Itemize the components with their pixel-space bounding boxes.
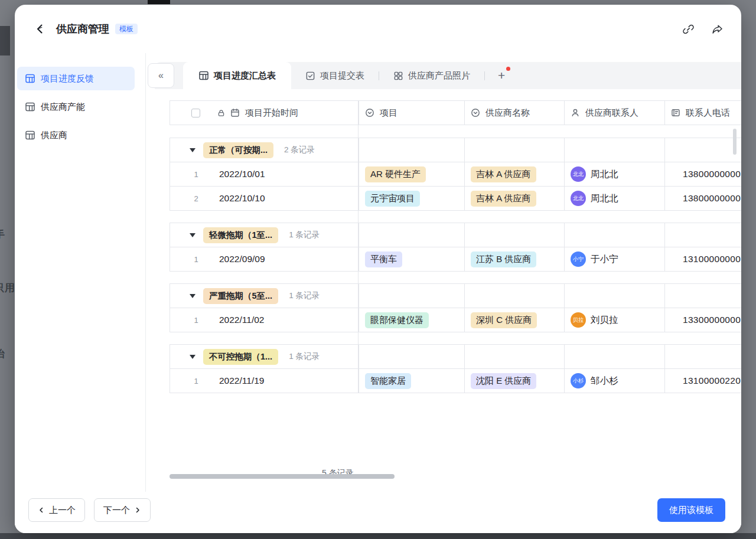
group-name-tag: 正常（可按期... — [203, 142, 273, 158]
link-icon — [682, 23, 695, 35]
project-tag: AR 硬件生产 — [365, 166, 426, 182]
phone-cell: 13800000000 — [683, 169, 741, 179]
background-text-fragment: 只用 — [0, 281, 15, 295]
table-row[interactable]: 1 2022/10/01 AR 硬件生产 吉林 A 供应商 北北 周北北 138… — [170, 162, 741, 187]
table-icon — [25, 73, 35, 84]
add-view-button[interactable]: + — [485, 62, 518, 89]
column-header-supplier-name[interactable]: 供应商名称 — [465, 101, 565, 125]
supplier-tag: 吉林 A 供应商 — [471, 191, 536, 207]
tab-project-submission[interactable]: 项目提交表 — [291, 62, 379, 89]
group-record-count: 1 条记录 — [289, 230, 320, 240]
avatar: 贝拉 — [571, 312, 586, 328]
group-name-tag: 轻微拖期（1至... — [203, 227, 278, 243]
collapse-sidebar-button[interactable]: « — [148, 63, 174, 88]
collapse-group-button[interactable] — [190, 148, 195, 152]
column-header-project[interactable]: 项目 — [359, 101, 465, 125]
contact-name: 于小宁 — [591, 253, 618, 266]
start-date-cell: 2022/10/01 — [219, 169, 265, 179]
sidebar-item-supplier-capacity[interactable]: 供应商产能 — [17, 95, 135, 119]
contact-name: 刘贝拉 — [591, 314, 618, 326]
project-tag: 眼部保健仪器 — [365, 312, 429, 328]
row-number: 1 — [191, 377, 201, 386]
table-row[interactable]: 2 2022/10/10 元宇宙项目 吉林 A 供应商 北北 周北北 13800… — [170, 187, 741, 211]
template-badge: 模板 — [115, 24, 138, 34]
next-template-button[interactable]: 下一个 — [94, 498, 151, 522]
background-fragment — [148, 0, 170, 4]
row-number: 1 — [191, 170, 201, 179]
supplier-tag: 沈阳 E 供应商 — [471, 373, 536, 389]
contact-name: 周北北 — [591, 192, 618, 205]
column-divider-line — [358, 100, 359, 393]
table-row[interactable]: 1 2022/09/09 平衡车 江苏 B 供应商 小宁 于小宁 1310000… — [170, 247, 741, 272]
sidebar-item-label: 供应商产能 — [41, 102, 85, 113]
template-preview-modal: 供应商管理 模板 — [15, 5, 741, 533]
next-label: 下一个 — [103, 505, 130, 516]
chevron-right-icon — [134, 507, 141, 514]
select-all-checkbox[interactable] — [191, 109, 200, 117]
supplier-tag: 江苏 B 供应商 — [471, 251, 536, 267]
start-date-cell: 2022/09/09 — [219, 254, 265, 264]
group-block: 轻微拖期（1至... 1 条记录 1 2022/09/09 平衡车 江苏 B — [170, 223, 741, 272]
back-button[interactable] — [31, 20, 49, 38]
start-date-cell: 2022/11/02 — [219, 315, 264, 325]
contact-name: 周北北 — [591, 168, 618, 181]
tab-project-progress-summary[interactable]: 项目进度汇总表 — [183, 62, 291, 89]
data-table: 项目开始时间 项目 供应商名称 — [170, 100, 741, 393]
sidebar-item-label: 供应商 — [41, 130, 67, 141]
group-record-count: 1 条记录 — [289, 290, 320, 301]
background-text-fragment: 怡 — [0, 347, 5, 361]
previous-template-button[interactable]: 上一个 — [28, 498, 85, 522]
page-title: 供应商管理 — [56, 22, 109, 36]
single-select-icon — [365, 108, 374, 117]
supplier-tag: 深圳 C 供应商 — [471, 312, 537, 328]
modal-header: 供应商管理 模板 — [15, 5, 741, 53]
share-button[interactable] — [711, 23, 724, 35]
phone-cell: 13300000000 — [683, 315, 741, 325]
tab-supplier-product-photos[interactable]: 供应商产品照片 — [379, 62, 484, 89]
group-header-row: 轻微拖期（1至... 1 条记录 — [170, 223, 741, 247]
tab-label: 项目进度汇总表 — [214, 70, 276, 81]
screen: 手 只用 怡 供应商管理 模板 — [0, 0, 756, 539]
gallery-icon — [393, 71, 403, 81]
row-number: 2 — [191, 194, 201, 203]
collapse-group-button[interactable] — [190, 294, 195, 298]
table-list-sidebar: 项目进度反馈 供应商产能 供应商 — [15, 53, 146, 496]
copy-link-button[interactable] — [682, 23, 695, 35]
collapse-group-button[interactable] — [190, 233, 195, 237]
tab-label: 供应商产品照片 — [408, 70, 470, 81]
person-icon — [571, 108, 580, 117]
row-number: 1 — [191, 255, 201, 264]
lookup-icon — [671, 108, 680, 117]
sidebar-item-supplier[interactable]: 供应商 — [17, 123, 135, 147]
column-header-contact-phone[interactable]: 联系人电话 — [665, 101, 741, 125]
project-tag: 平衡车 — [365, 251, 402, 267]
avatar: 北北 — [571, 166, 586, 182]
group-header-row: 正常（可按期... 2 条记录 — [170, 138, 741, 162]
calendar-icon — [230, 108, 240, 117]
table-grid-icon — [198, 70, 209, 81]
sidebar-item-project-progress-feedback[interactable]: 项目进度反馈 — [17, 67, 135, 90]
column-header-start-date[interactable]: 项目开始时间 — [170, 101, 359, 125]
column-header-supplier-contact[interactable]: 供应商联系人 — [565, 101, 665, 125]
vertical-scrollbar[interactable] — [733, 129, 737, 155]
supplier-tag: 吉林 A 供应商 — [471, 166, 536, 182]
share-icon — [711, 23, 724, 35]
view-tab-bar: « 项目进度汇总表 项目提交表 — [146, 62, 741, 89]
table-icon — [25, 102, 35, 112]
start-date-cell: 2022/11/19 — [219, 375, 264, 386]
group-name-tag: 严重拖期（5至... — [203, 288, 278, 304]
group-block: 严重拖期（5至... 1 条记录 1 2022/11/02 眼部保健仪器 深 — [170, 283, 741, 332]
group-name-tag: 不可控拖期（1... — [203, 349, 278, 365]
use-template-button[interactable]: 使用该模板 — [657, 498, 725, 522]
table-row[interactable]: 1 2022/11/19 智能家居 沈阳 E 供应商 小杉 邹小杉 131000… — [170, 369, 741, 393]
horizontal-scrollbar[interactable] — [170, 474, 395, 479]
column-header-label: 供应商联系人 — [585, 107, 638, 119]
column-header-label: 项目开始时间 — [245, 107, 298, 119]
collapse-group-button[interactable] — [190, 355, 195, 359]
phone-cell: 13100000000 — [683, 254, 741, 264]
back-chevron-icon — [34, 23, 46, 35]
background-fragment — [0, 26, 10, 55]
avatar: 小宁 — [571, 251, 586, 267]
project-tag: 智能家居 — [365, 373, 411, 389]
table-row[interactable]: 1 2022/11/02 眼部保健仪器 深圳 C 供应商 贝拉 刘贝拉 1330… — [170, 308, 741, 332]
